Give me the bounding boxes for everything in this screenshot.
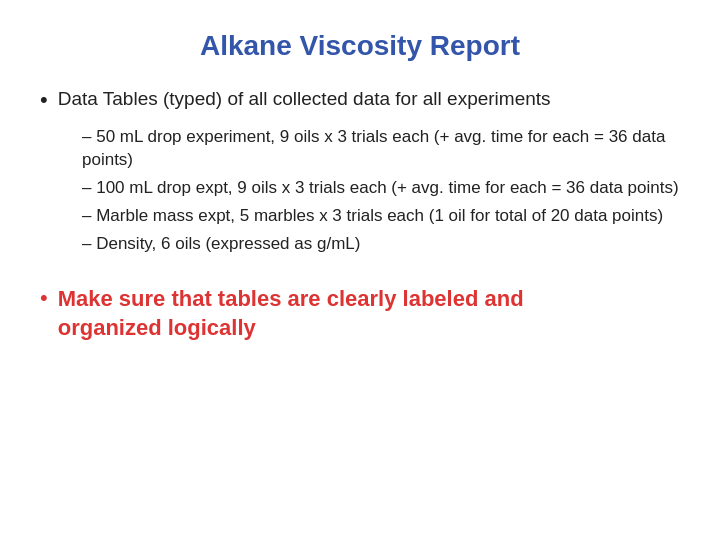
sub-bullet-marble: – Marble mass expt, 5 marbles x 3 trials… [82,204,680,228]
slide: Alkane Viscosity Report • Data Tables (t… [0,0,720,540]
highlight-bullet-dot: • [40,284,48,313]
sub-bullets-list: – 50 mL drop experiment, 9 oils x 3 tria… [82,125,680,256]
sub-bullet-100ml: – 100 mL drop expt, 9 oils x 3 trials ea… [82,176,680,200]
sub-bullet-100ml-text: – 100 mL drop expt, 9 oils x 3 trials ea… [82,176,680,200]
sub-bullet-50ml: – 50 mL drop experiment, 9 oils x 3 tria… [82,125,680,173]
main-bullet-section: • Data Tables (typed) of all collected d… [40,86,680,256]
main-bullet-text: Data Tables (typed) of all collected dat… [58,86,551,112]
highlight-line1: Make sure that tables are clearly labele… [58,284,524,314]
slide-title: Alkane Viscosity Report [40,30,680,62]
main-bullet-data-tables: • Data Tables (typed) of all collected d… [40,86,680,115]
sub-bullet-50ml-text: – 50 mL drop experiment, 9 oils x 3 tria… [82,125,680,173]
bullet-dot-1: • [40,86,48,115]
sub-bullet-marble-text: – Marble mass expt, 5 marbles x 3 trials… [82,204,680,228]
sub-bullet-density: – Density, 6 oils (expressed as g/mL) [82,232,680,256]
sub-bullet-density-text: – Density, 6 oils (expressed as g/mL) [82,232,680,256]
highlight-line2: organized logically [58,313,524,343]
highlight-bullet-text: Make sure that tables are clearly labele… [58,284,524,343]
highlight-bullet-section: • Make sure that tables are clearly labe… [40,284,680,343]
